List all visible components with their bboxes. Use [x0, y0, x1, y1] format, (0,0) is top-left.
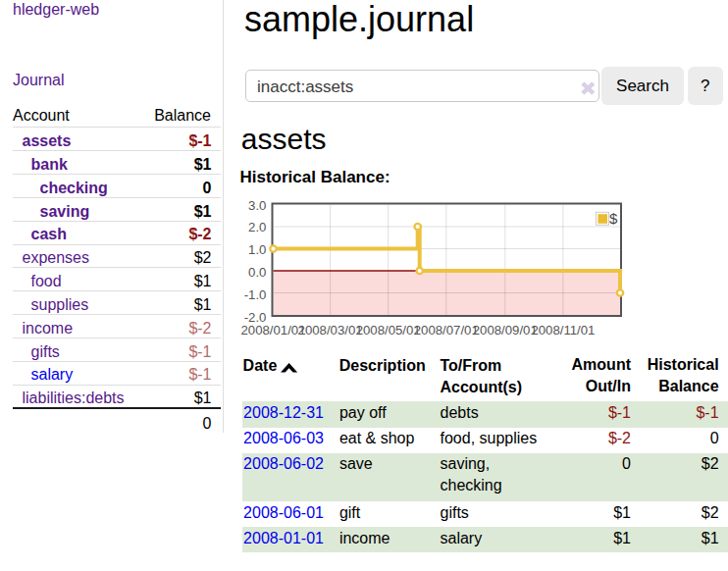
svg-text:2008/07/01: 2008/07/01 — [414, 323, 479, 337]
svg-text:$: $ — [609, 210, 618, 227]
svg-text:3.0: 3.0 — [248, 198, 266, 213]
svg-text:2.0: 2.0 — [248, 220, 266, 234]
svg-text:2008/03/01: 2008/03/01 — [298, 323, 363, 337]
svg-text:2008/01/01: 2008/01/01 — [240, 323, 305, 337]
svg-text:2008/11/01: 2008/11/01 — [531, 323, 595, 337]
svg-text:-1.0: -1.0 — [244, 287, 267, 302]
svg-text:2008/09/01: 2008/09/01 — [473, 323, 538, 337]
svg-text:1.0: 1.0 — [248, 242, 266, 257]
svg-text:0.0: 0.0 — [248, 265, 266, 280]
svg-text:2008/05/01: 2008/05/01 — [356, 323, 421, 337]
